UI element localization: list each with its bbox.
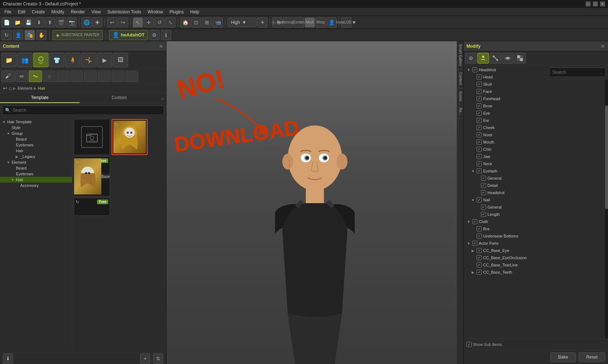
content-folder-btn[interactable]: 📁 [1,53,17,67]
content-body-btn[interactable]: 🧍 [65,53,80,67]
check-skull[interactable]: ✓ [477,82,482,87]
content-btn[interactable]: Conten [294,17,304,27]
check-ear[interactable]: ✓ [477,118,482,123]
grid-btn[interactable]: ⊞ [202,17,212,27]
menu-help[interactable]: Help [187,9,202,15]
check-eyelash-detail[interactable]: ✓ [481,183,486,188]
menu-window[interactable]: Window [145,9,166,15]
check-chin[interactable]: ✓ [477,147,482,152]
check-cc-base-tearline[interactable]: ✓ [477,262,482,267]
headshot-info-btn[interactable]: ℹ [161,30,171,40]
render-btn[interactable]: 🎬 [56,17,66,27]
content-animation-btn[interactable]: ▶ [97,53,112,67]
content-btn6[interactable] [70,70,83,82]
bake-button[interactable]: Bake [550,352,575,362]
tree-group-hair[interactable]: Hair [0,148,72,154]
menu-file[interactable]: File [1,9,14,15]
modify-tab-checker[interactable] [514,53,526,64]
check-cc-base-eye[interactable]: ✓ [477,248,482,253]
mtree-bra[interactable]: ✓ Bra [464,225,546,232]
content-btn5[interactable] [56,70,69,82]
mtree-eyelash-headshot[interactable]: ✓ Headshot [464,189,546,196]
modify-scrollbar-thumb[interactable] [605,106,608,209]
mtree-cc-base-eye[interactable]: ▶ ✓ CC_Base_Eye [464,247,546,254]
headshot-btn[interactable]: 👤 heAdshOT [109,30,148,40]
check-nose[interactable]: ✓ [477,132,482,137]
modify-search-input[interactable] [549,68,606,77]
mtree-face[interactable]: ✓ Face [464,88,546,95]
open-btn[interactable]: 📁 [12,17,22,27]
undo-btn[interactable]: ↩ [107,17,117,27]
scale-btn[interactable]: ⤡ [165,17,176,27]
mtree-nail-general[interactable]: ✓ General [464,204,546,211]
tree-group-beard[interactable]: Beard [0,136,72,142]
sort-btn[interactable]: ⇅ [153,354,163,364]
content-btn8[interactable] [98,70,111,82]
grid-item-free3[interactable]: Free ↻ [74,198,110,216]
content-search-input[interactable] [2,106,164,115]
grid-item-hair-selected[interactable]: Free ↻ [111,119,148,155]
import-btn[interactable]: ⬇ [34,17,44,27]
content-hair-btn[interactable] [29,70,42,82]
tree-element-hair[interactable]: ▼ Hair [0,177,72,183]
check-cheek[interactable]: ✓ [477,125,482,130]
tree-element[interactable]: ▼ Element [0,159,72,165]
check-cloth[interactable]: ✓ [472,219,477,224]
fit-btn[interactable]: ⊡ [191,17,201,27]
add-btn[interactable]: + [140,354,150,364]
quality-dropdown[interactable]: High ▼ [228,18,257,27]
export-btn[interactable]: ⬆ [45,17,55,27]
mtree-head[interactable]: ✓ Head [464,73,546,81]
check-jaw[interactable]: ✓ [477,154,482,159]
mtree-brow[interactable]: ✓ Brow [464,102,546,110]
mtree-actor-parts[interactable]: ▼ ✓ Actor Parts [464,240,546,247]
check-neck[interactable]: ✓ [477,161,482,166]
tree-hair-template[interactable]: ▼ Hair Template [0,119,72,125]
new-file-btn[interactable]: 📄 [1,17,12,27]
home-btn[interactable]: 🏠 [180,17,190,27]
rotate-btn[interactable]: ↺ [155,17,165,27]
mtree-cc-base-tearline[interactable]: ✓ CC_Base_TearLine [464,261,546,269]
instalod-btn[interactable]: InstaLOD ▼ [341,17,351,27]
atmosphere-btn[interactable]: ⊕Atmospher [283,17,293,27]
check-eye[interactable]: ✓ [477,111,482,116]
tree-element-eyebrows[interactable]: Eyebrows [0,171,72,177]
check-headshot[interactable]: ✓ [472,67,477,72]
mtree-ear[interactable]: ✓ Ear [464,117,546,124]
content-cloth-btn[interactable]: 👕 [49,53,64,67]
mtree-neck[interactable]: ✓ Neck [464,160,546,167]
mtree-eyelash[interactable]: ▼ ✓ Eyelash [464,167,546,175]
breadcrumb-home-btn[interactable]: ⌂ [9,85,12,91]
content-acc-btn[interactable]: ◇ [43,70,56,82]
check-brow[interactable]: ✓ [477,103,482,108]
check-underwear[interactable]: ✓ [477,234,482,239]
tab-template[interactable]: Template [0,93,80,103]
check-cc-base-teeth[interactable]: ✓ [477,270,482,275]
reset-button[interactable]: Reset [579,352,605,362]
check-nail[interactable]: ✓ [477,197,482,202]
close-button[interactable]: ✕ [600,1,605,7]
mtree-nail[interactable]: ▼ ✓ Nail [464,196,546,204]
modify-tab-bone[interactable] [490,53,501,64]
screenshot-btn[interactable]: 📷 [67,17,77,27]
check-nail-length[interactable]: ✓ [481,212,486,217]
mtree-nail-length[interactable]: ✓ Length [464,211,546,218]
grid-item-base[interactable]: Free ↻ Base [74,157,110,196]
mtree-mouth[interactable]: ✓ Mouth [464,138,546,146]
content-btn9[interactable] [111,70,124,82]
tab-custom[interactable]: Custom [80,93,159,103]
grid-item-placeholder[interactable] [74,119,110,155]
show-sub-items-checkbox[interactable]: ✓ Show Sub Items [466,342,502,347]
menu-submission-tools[interactable]: Submission Tools [105,9,144,15]
content-figure-btn[interactable]: 👥 [17,53,33,67]
check-face[interactable]: ✓ [477,89,482,94]
breadcrumb-back-btn[interactable]: ↩ [3,85,7,91]
mtree-cc-base-eyeocc[interactable]: ✓ CC_Base_EyeOcclusion [464,254,546,261]
side-tab-smart-gallery[interactable]: Smart Gallery [457,41,463,69]
breadcrumb-element[interactable]: Element [17,86,32,90]
breadcrumb-hair[interactable]: Hair [38,86,45,90]
mtree-skull[interactable]: ✓ Skull [464,81,546,88]
move2-btn[interactable]: ✛ [144,17,154,27]
move-btn[interactable]: ✚ [92,17,102,27]
side-tab-scene[interactable]: Scene [457,88,463,104]
